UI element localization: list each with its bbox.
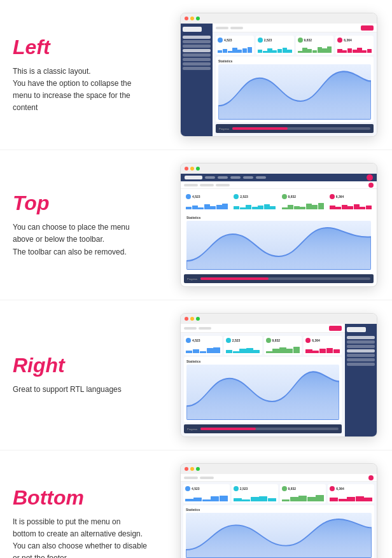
mini-bar bbox=[216, 205, 222, 209]
mini-bar bbox=[185, 499, 193, 501]
mini-bar bbox=[252, 207, 258, 210]
mini-bar bbox=[279, 347, 286, 353]
bottom-card-icon-1 bbox=[185, 486, 190, 491]
top-card-val-4: 6,364 bbox=[336, 195, 344, 199]
card-top-4: 6,364 bbox=[337, 38, 372, 43]
top-text-block: Top You can choose to place the menuabov… bbox=[6, 192, 172, 258]
right-card-top-2: 2,523 bbox=[226, 338, 260, 343]
left-preview: 4,523 bbox=[172, 13, 386, 137]
right-main: 4,523 bbox=[181, 324, 345, 436]
mini-bar bbox=[186, 351, 192, 353]
top-mini-bars-2 bbox=[234, 203, 276, 209]
left-titlebar bbox=[181, 13, 377, 24]
mini-bars-3 bbox=[298, 46, 332, 53]
right-stat-card-1: 4,523 bbox=[184, 336, 222, 355]
bottom-card-icon-4 bbox=[330, 486, 335, 491]
topbar-btn bbox=[361, 25, 374, 31]
mini-bar bbox=[356, 496, 364, 502]
top-card-icon-2 bbox=[234, 194, 239, 199]
right-card-val-1: 4,523 bbox=[192, 338, 200, 342]
mini-bar bbox=[316, 495, 324, 501]
bottom-card-top-4: 6,364 bbox=[330, 486, 372, 491]
mini-bar bbox=[347, 497, 355, 502]
top-card-val-1: 4,523 bbox=[192, 195, 200, 199]
mini-bar bbox=[347, 206, 353, 210]
progress-track-top bbox=[200, 277, 370, 280]
right-sidebar bbox=[345, 324, 377, 436]
chart-section-left: Statistics bbox=[216, 57, 374, 122]
card-icon-3 bbox=[298, 38, 303, 43]
bottom-stat-card-2: 2,523 bbox=[232, 484, 278, 503]
left-sidebar bbox=[181, 24, 213, 136]
mini-bar bbox=[318, 47, 322, 53]
top-mini-bars-1 bbox=[186, 203, 228, 209]
right-layout-mock: 4,523 bbox=[181, 324, 377, 436]
mini-bar bbox=[327, 46, 332, 53]
chart-svg-right bbox=[186, 365, 339, 420]
mini-bar bbox=[272, 50, 277, 53]
mini-bar bbox=[290, 497, 298, 502]
right-sidebar-item-4 bbox=[347, 349, 375, 352]
card-icon-4 bbox=[337, 38, 342, 43]
right-card-val-4: 6,364 bbox=[312, 338, 320, 342]
right-stat-cards: 4,523 bbox=[184, 336, 342, 355]
section-right: Right Great to support RTL languages bbox=[0, 300, 392, 450]
topbar-item-2 bbox=[230, 27, 243, 29]
mini-bar bbox=[234, 206, 239, 209]
top-stat-card-1: 4,523 bbox=[184, 192, 230, 211]
mini-bar bbox=[364, 498, 372, 502]
right-card-top-4: 6,364 bbox=[305, 338, 340, 343]
dot-red bbox=[185, 167, 188, 171]
right-card-top-3: 9,832 bbox=[266, 338, 300, 343]
bottom-browser-window: 4,523 bbox=[180, 463, 377, 558]
top-card-top-2: 2,523 bbox=[234, 194, 276, 199]
right-sidebar-item-1 bbox=[347, 336, 375, 339]
stat-card-1: 4,523 bbox=[216, 36, 254, 55]
dot-green bbox=[196, 467, 200, 471]
bottom-card-top-2: 2,523 bbox=[234, 486, 276, 491]
sidebar-item-3 bbox=[183, 45, 211, 48]
right-card-icon-3 bbox=[266, 338, 271, 343]
chart-svg-left bbox=[218, 64, 371, 120]
stat-cards-row: 4,523 bbox=[216, 36, 374, 55]
mini-bar bbox=[362, 50, 367, 53]
progress-fill-top bbox=[200, 277, 269, 280]
mini-bar bbox=[270, 206, 276, 210]
right-topbar bbox=[181, 324, 345, 333]
sidebar-logo bbox=[183, 27, 202, 32]
dot-yellow bbox=[190, 317, 194, 321]
mini-bar bbox=[204, 204, 210, 209]
bottom-card-icon-2 bbox=[234, 486, 239, 491]
top-card-val-2: 2,523 bbox=[240, 195, 248, 199]
bottom-card-top-1: 4,523 bbox=[185, 486, 228, 491]
mini-bar bbox=[360, 207, 365, 210]
dot-green bbox=[196, 17, 200, 20]
top-content-area: 4,523 bbox=[181, 189, 377, 286]
mini-bar bbox=[228, 51, 232, 53]
right-sidebar-item-5 bbox=[347, 354, 375, 357]
mini-bar bbox=[326, 348, 333, 354]
mini-bar bbox=[242, 499, 250, 501]
toolbar-item-2 bbox=[200, 184, 214, 186]
mini-bar bbox=[366, 206, 372, 210]
right-stat-card-2: 2,523 bbox=[224, 336, 262, 355]
right-preview: 4,523 bbox=[172, 313, 386, 437]
top-nav-avatar bbox=[367, 174, 373, 181]
progress-row-top: Progress bbox=[184, 274, 374, 283]
mini-bars-1 bbox=[218, 46, 252, 53]
bottom-topbar-item-2 bbox=[200, 477, 214, 479]
mini-bar bbox=[239, 349, 246, 353]
top-mini-bars-4 bbox=[330, 203, 372, 209]
mini-bar bbox=[210, 206, 216, 210]
mini-bar bbox=[237, 50, 242, 53]
top-card-icon-3 bbox=[282, 194, 287, 199]
top-nav-logo bbox=[185, 176, 202, 179]
right-sidebar-item-7 bbox=[347, 363, 375, 366]
stat-card-4: 6,364 bbox=[335, 36, 374, 55]
right-mini-bars-1 bbox=[186, 347, 220, 353]
mini-bar bbox=[330, 206, 335, 209]
progress-label-right: Progress bbox=[187, 428, 197, 431]
top-stat-card-4: 6,364 bbox=[328, 192, 374, 211]
top-description: You can choose to place the menuabove or… bbox=[13, 221, 165, 258]
mini-bar bbox=[277, 49, 282, 53]
